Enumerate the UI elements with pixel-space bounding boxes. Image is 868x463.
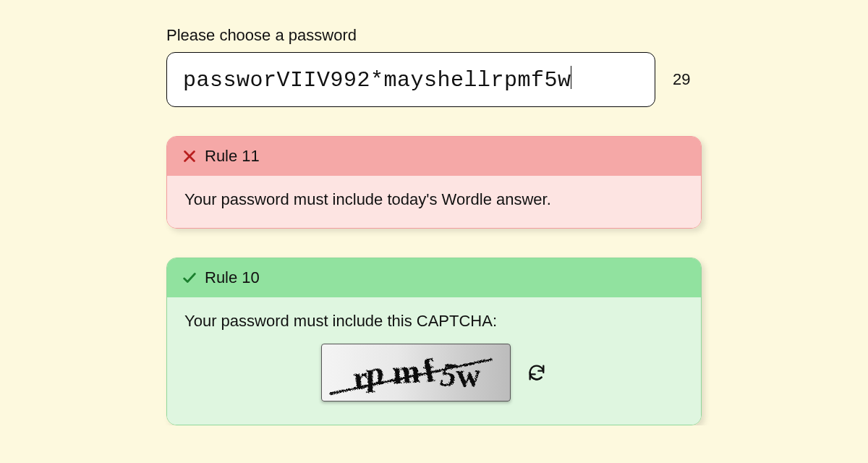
text-caret bbox=[571, 66, 572, 89]
svg-text:w: w bbox=[456, 356, 481, 394]
rule-title: Rule 10 bbox=[205, 268, 260, 287]
password-value: passworVIIV992*mayshellrpmf5w bbox=[183, 68, 571, 93]
captcha-row: r p m f 5 w bbox=[184, 344, 684, 406]
rule-body: Your password must include today's Wordl… bbox=[167, 176, 701, 228]
password-input[interactable]: passworVIIV992*mayshellrpmf5w bbox=[166, 52, 655, 107]
char-count: 29 bbox=[673, 70, 702, 89]
svg-text:p: p bbox=[365, 353, 383, 393]
check-icon bbox=[182, 270, 197, 286]
prompt-label: Please choose a password bbox=[166, 26, 702, 45]
refresh-icon[interactable] bbox=[527, 362, 547, 383]
rule-body: Your password must include this CAPTCHA:… bbox=[167, 297, 701, 425]
cross-icon bbox=[182, 148, 197, 164]
rule-title: Rule 11 bbox=[205, 147, 260, 166]
rule-card-10: Rule 10 Your password must include this … bbox=[166, 258, 702, 425]
rule-text: Your password must include this CAPTCHA: bbox=[184, 312, 684, 331]
rule-card-11: Rule 11 Your password must include today… bbox=[166, 136, 702, 229]
rule-header: Rule 11 bbox=[167, 137, 701, 176]
rule-header: Rule 10 bbox=[167, 258, 701, 297]
captcha-image: r p m f 5 w bbox=[321, 344, 511, 402]
svg-text:m: m bbox=[391, 352, 421, 391]
password-input-row: passworVIIV992*mayshellrpmf5w 29 bbox=[166, 52, 702, 107]
